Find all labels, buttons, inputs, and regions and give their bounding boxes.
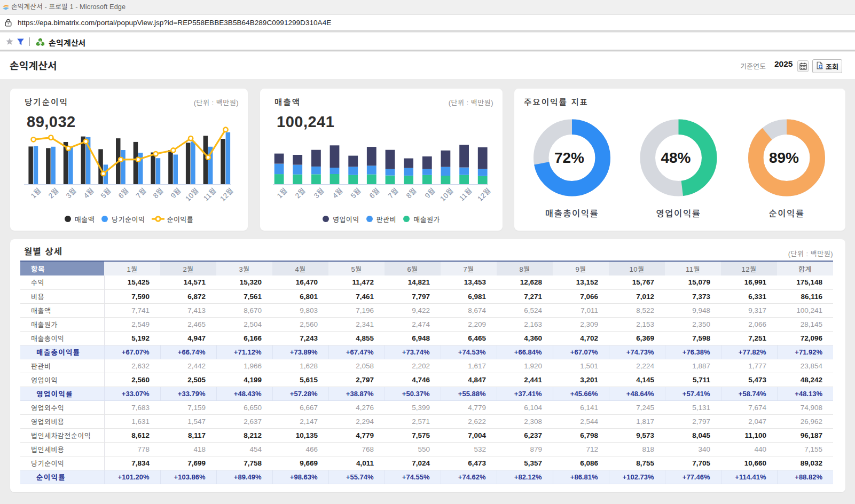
svg-text:89%: 89%: [769, 149, 799, 166]
svg-text:영업이익률: 영업이익률: [656, 209, 701, 218]
svg-text:A: A: [38, 40, 42, 45]
svg-text:매출총이익률: 매출총이익률: [545, 209, 599, 218]
svg-text:순이익률: 순이익률: [768, 209, 804, 218]
svg-text:72%: 72%: [554, 149, 584, 166]
svg-text:48%: 48%: [661, 149, 691, 166]
